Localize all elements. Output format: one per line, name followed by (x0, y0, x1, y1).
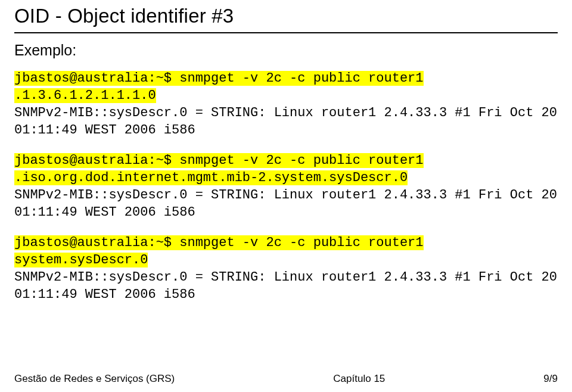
example-3-command: jbastos@australia:~$ snmpget -v 2c -c pu… (14, 235, 424, 267)
example-1-command: jbastos@australia:~$ snmpget -v 2c -c pu… (14, 71, 424, 103)
section-label: Exemplo: (14, 42, 558, 59)
page-title: OID - Object identifier #3 (14, 5, 558, 27)
example-1: jbastos@australia:~$ snmpget -v 2c -c pu… (14, 70, 558, 139)
page-footer: Gestão de Redes e Serviços (GRS) Capítul… (14, 373, 558, 385)
page-container: OID - Object identifier #3 Exemplo: jbas… (0, 0, 572, 392)
footer-center: Capítulo 15 (333, 373, 385, 385)
example-2: jbastos@australia:~$ snmpget -v 2c -c pu… (14, 152, 558, 221)
example-2-response: SNMPv2-MIB::sysDescr.0 = STRING: Linux r… (14, 188, 557, 220)
footer-left: Gestão de Redes e Serviços (GRS) (14, 373, 175, 385)
example-2-command: jbastos@australia:~$ snmpget -v 2c -c pu… (14, 153, 424, 185)
title-divider (14, 32, 558, 33)
example-3: jbastos@australia:~$ snmpget -v 2c -c pu… (14, 234, 558, 303)
example-1-response: SNMPv2-MIB::sysDescr.0 = STRING: Linux r… (14, 105, 557, 138)
footer-right: 9/9 (543, 373, 558, 385)
example-3-response: SNMPv2-MIB::sysDescr.0 = STRING: Linux r… (14, 270, 557, 302)
